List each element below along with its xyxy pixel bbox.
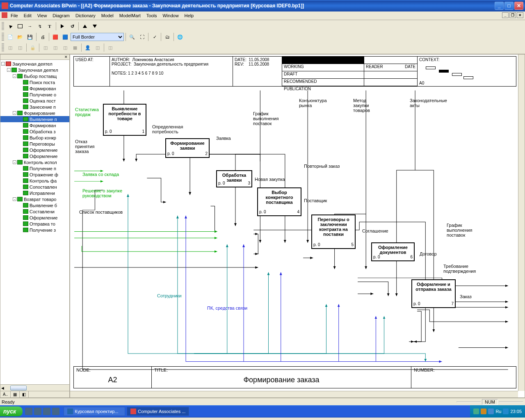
tree-item[interactable]: Выявление п (0, 116, 69, 122)
squiggle-tool[interactable]: ↯ (35, 22, 44, 31)
tree-item[interactable]: Контроль фа (0, 178, 69, 184)
doc-restore-button[interactable]: ❐ (509, 12, 516, 18)
activity-box-6[interactable]: Оформление документовp. 06 (371, 242, 415, 261)
globe-button[interactable]: 🌐 (176, 32, 185, 41)
tree-item[interactable]: Оценка пост (0, 98, 69, 104)
mm-btn-7[interactable]: ▦ (71, 43, 80, 52)
tree-item[interactable]: -Закупочная деятел (0, 61, 69, 67)
mm-btn-8[interactable]: 👤 (83, 43, 92, 52)
tree-item[interactable]: Формирован (0, 122, 69, 128)
start-button[interactable]: пуск (0, 406, 23, 416)
menu-dictionary[interactable]: Dictionary (73, 12, 98, 19)
mm-btn-6[interactable]: ◫ (61, 43, 70, 52)
tree-item[interactable]: Отражение ф (0, 171, 69, 178)
tree-item[interactable]: Получение о (0, 91, 69, 98)
pointer-tool[interactable] (6, 22, 15, 31)
quick-launch-icon[interactable] (25, 408, 32, 415)
mm-btn-1[interactable]: ◫ (6, 43, 15, 52)
minimize-button[interactable]: _ (495, 2, 504, 10)
tree-item[interactable]: Поиск поста (0, 79, 69, 85)
menu-tools[interactable]: Tools (144, 12, 160, 19)
save-button[interactable]: 💾 (25, 32, 34, 41)
diagram-canvas[interactable]: USED AT: AUTHOR: Ложникова Анастасия PRO… (70, 54, 525, 398)
taskbar-task[interactable]: Computer Associates ... (127, 407, 189, 416)
close-button[interactable]: ✕ (514, 2, 523, 10)
tree-h-scrollbar[interactable]: ◄ (0, 384, 69, 391)
activity-box-3[interactable]: Обработка заявкиp. 03 (216, 170, 252, 187)
quick-launch-icon[interactable] (52, 408, 59, 415)
menu-modelmart[interactable]: ModelMart (117, 12, 143, 19)
tree-item[interactable]: -Возврат товаро (0, 196, 69, 202)
activity-box-2[interactable]: Формирование заявкиp. 02 (165, 138, 210, 158)
tree-item[interactable]: Сопоставлен (0, 184, 69, 190)
menu-edit[interactable]: Edit (21, 12, 34, 19)
tree-item[interactable]: Обработка з (0, 128, 69, 135)
zoom-combo[interactable]: Full Border (71, 33, 124, 41)
activity-box-tool[interactable] (16, 22, 25, 31)
zoom-in-button[interactable]: 🔍 (128, 32, 137, 41)
arrow-tool[interactable]: → (25, 22, 34, 31)
mm-btn-10[interactable]: ◫ (106, 43, 115, 52)
tree-tab-activities[interactable]: A.. (0, 391, 11, 397)
menu-window[interactable]: Window (160, 12, 181, 19)
mm-btn-3[interactable]: 🔒 (28, 43, 37, 52)
tree-item[interactable]: -Закупочная деятел (0, 67, 69, 73)
canvas-h-scrollbar[interactable] (70, 391, 518, 397)
tree-tab-objects[interactable]: ◧ (20, 391, 29, 397)
tree-item[interactable]: Получение з (0, 227, 69, 233)
print-button[interactable]: 🖨 (38, 32, 47, 41)
tree-item[interactable]: Переговоры (0, 141, 69, 147)
mm-btn-9[interactable]: ◫ (93, 43, 102, 52)
tree-item[interactable]: -Контроль испол (0, 159, 69, 165)
tree-item[interactable]: Оформление (0, 215, 69, 221)
mm-btn-4[interactable]: ◫ (41, 43, 50, 52)
tree[interactable]: -Закупочная деятел-Закупочная деятел-Выб… (0, 60, 69, 384)
menu-help[interactable]: Help (182, 12, 196, 19)
tree-item[interactable]: Отправка то (0, 221, 69, 227)
tree-item[interactable]: Выбор конкр (0, 135, 69, 141)
spellcheck-button[interactable]: ✓ (150, 32, 159, 41)
tree-item[interactable]: Исправлени (0, 190, 69, 196)
arrow-label: Список поставщиков (79, 210, 123, 215)
open-button[interactable]: 📂 (16, 32, 25, 41)
canvas-v-scrollbar[interactable] (518, 55, 525, 391)
activity-box-4[interactable]: Выбор конкретного поставщикаp. 04 (257, 187, 301, 216)
mm-btn-5[interactable]: ◫ (51, 43, 60, 52)
taskbar-task[interactable]: Курсовая проектир... (64, 407, 125, 416)
new-button[interactable]: 📄 (6, 32, 15, 41)
tree-tab-diagrams[interactable]: ▦ (11, 391, 20, 397)
activity-box-7[interactable]: Оформление и отправка заказаp. 07 (411, 279, 456, 308)
mm-btn-2[interactable]: ◫ (16, 43, 25, 52)
menu-diagram[interactable]: Diagram (50, 12, 72, 19)
tree-item[interactable]: Оформление (0, 147, 69, 153)
maximize-button[interactable]: □ (504, 2, 514, 10)
tree-item[interactable]: Занесение п (0, 104, 69, 110)
menu-model[interactable]: Model (99, 12, 116, 19)
zoom-select-button[interactable]: ⛶ (137, 32, 146, 41)
explorer-close-button[interactable]: ✕ (0, 55, 69, 60)
play-tool[interactable] (58, 22, 67, 31)
go-up-tool[interactable] (80, 22, 89, 31)
tree-item[interactable]: Оформление (0, 153, 69, 159)
system-tray[interactable]: Ru 23:05 (470, 405, 525, 418)
menu-view[interactable]: View (35, 12, 50, 19)
go-down-tool[interactable] (90, 22, 99, 31)
doc-close-button[interactable]: ✕ (517, 12, 523, 18)
tree-button[interactable]: 🗂 (163, 32, 172, 41)
activity-box-5[interactable]: Переговоры о заключении контракта на пос… (311, 215, 356, 249)
tree-item[interactable]: Формирован (0, 85, 69, 91)
tree-item[interactable]: -Формирование (0, 110, 69, 116)
tree-item[interactable]: Получение п (0, 165, 69, 171)
activity-box-1[interactable]: Выявление потребности в товареp. 01 (103, 104, 146, 136)
doc-minimize-button[interactable]: _ (502, 12, 509, 18)
text-tool[interactable]: T (45, 22, 54, 31)
quick-launch-icon[interactable] (43, 408, 50, 415)
tree-item[interactable]: Выявление б (0, 202, 69, 208)
palette-button[interactable]: 🟥 (51, 32, 60, 41)
tree-item[interactable]: -Выбор поставщ (0, 73, 69, 79)
menu-file[interactable]: File (8, 12, 21, 19)
undo-tool[interactable]: ↺ (68, 22, 77, 31)
color-button[interactable]: 🟦 (61, 32, 70, 41)
quick-launch-icon[interactable] (34, 408, 41, 415)
tree-item[interactable]: Составлени (0, 208, 69, 215)
